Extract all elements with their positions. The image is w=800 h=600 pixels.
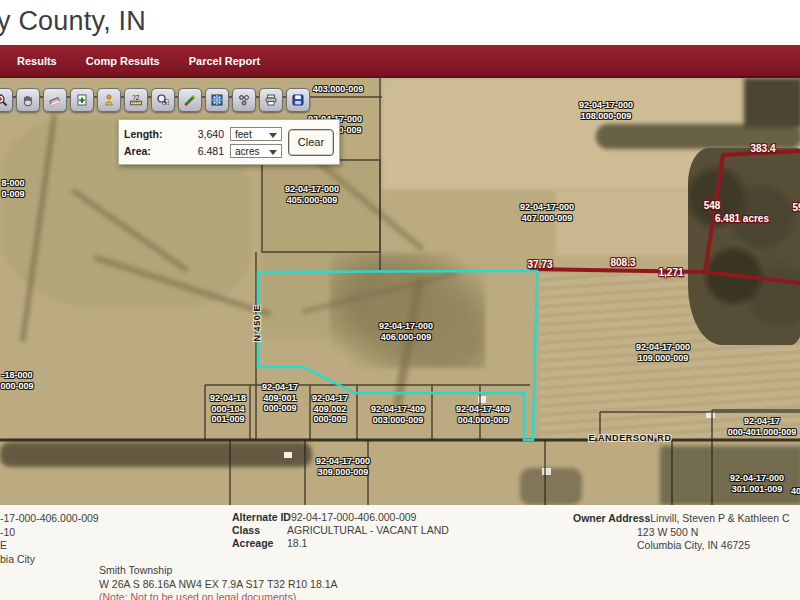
measure-label: 548 <box>704 201 721 212</box>
pan-hand-button[interactable] <box>16 88 40 112</box>
zoom-in-button[interactable] <box>0 88 13 112</box>
area-value: 6.481 <box>172 145 230 157</box>
owner-address-block: Owner AddressLinvill, Steven P & Kathlee… <box>573 512 790 553</box>
nav-tab-results[interactable]: Results <box>5 55 69 67</box>
length-unit-value: feet <box>235 129 252 140</box>
parcel-label: -18-000000-009 <box>0 370 33 391</box>
clear-button[interactable]: Clear <box>288 129 334 156</box>
owner-address-label: Owner Address <box>573 512 650 526</box>
chevron-down-icon <box>269 150 277 155</box>
page-title: y County, IN <box>0 6 146 37</box>
chevron-down-icon <box>269 133 277 138</box>
parcel-label: 0-009 <box>338 125 361 136</box>
parcel-label: 8-0000-009 <box>1 178 24 199</box>
identify-person-icon <box>102 93 116 107</box>
road-label: N 450 E <box>252 305 263 342</box>
parcel-info-fields: Alternate ID92-04-17-000-406.000-009Clas… <box>232 511 449 550</box>
parcel-label: 92-04-17-409004.000-009 <box>456 404 510 425</box>
parcel-label: 92-04-17-000109.000-009 <box>636 342 690 363</box>
parcel-info-fragment: -10 <box>0 526 99 540</box>
road-label: E ANDERSON RD <box>589 433 672 444</box>
app-header: y County, IN <box>0 0 800 45</box>
info-field-label: Alternate ID <box>232 511 291 524</box>
info-field-row: Alternate ID92-04-17-000-406.000-009 <box>232 511 449 524</box>
legal-description-block: Smith Township W 26A S 86.16A NW4 EX 7.9… <box>99 564 338 600</box>
layers-grid-button[interactable] <box>205 88 229 112</box>
print-button[interactable] <box>259 88 283 112</box>
nav-tab-parcel-report[interactable]: Parcel Report <box>177 55 273 67</box>
zoom-window-icon <box>156 93 170 107</box>
parcel-info-panel: -17-000-406.000-009-10Ebia City Alternat… <box>0 505 800 600</box>
add-parcel-icon <box>75 93 89 107</box>
length-value: 3,640 <box>172 128 230 140</box>
measure-label: 6.481 acres <box>715 214 769 225</box>
parcel-label: 92-04-17-409003.000-009 <box>371 404 425 425</box>
identify-person-button[interactable] <box>97 88 121 112</box>
parcel-label: 92-04-17-000301.001-009 <box>730 473 784 494</box>
eraser-button[interactable] <box>43 88 67 112</box>
eraser-icon <box>48 93 62 107</box>
info-field-value: 92-04-17-000-406.000-009 <box>291 511 417 524</box>
pan-hand-icon <box>21 93 35 107</box>
parcel-label: 92-04-18000-104001-009 <box>210 393 246 425</box>
parcel-label: 92-04-17000-401.000-009 <box>728 416 797 437</box>
township-name: Smith Township <box>99 564 338 578</box>
parcel-label: 403.000-009 <box>313 84 364 95</box>
measure-button[interactable]: ?2 <box>124 88 148 112</box>
share-icon <box>237 93 251 107</box>
info-field-row: ClassAGRICULTURAL - VACANT LAND <box>232 524 449 537</box>
add-parcel-button[interactable] <box>70 88 94 112</box>
owner-street: 123 W 500 N <box>637 526 790 540</box>
parcel-label: 92-04-17409-001000-009 <box>262 382 298 414</box>
print-icon <box>264 93 278 107</box>
parcel-info-fragment: -17-000-406.000-009 <box>0 512 99 526</box>
measure-label: 383.4 <box>750 144 775 155</box>
measure-icon: ?2 <box>129 93 143 107</box>
parcel-label: 92-04-17-000406.000-009 <box>379 321 433 342</box>
draw-pencil-button[interactable] <box>178 88 202 112</box>
info-field-row: Acreage18.1 <box>232 537 449 550</box>
area-unit-value: acres <box>235 146 259 157</box>
owner-city: Columbia City, IN 46725 <box>637 539 790 553</box>
parcel-label: 40 <box>791 486 800 497</box>
zoom-window-button[interactable] <box>151 88 175 112</box>
measure-label: 59 <box>792 203 800 214</box>
measure-label: 808.3 <box>610 258 635 269</box>
parcel-info-fragment: bia City <box>0 553 99 567</box>
measure-label: 1,271 <box>658 268 683 279</box>
parcel-map-app: y County, IN ResultsComp ResultsParcel R… <box>0 0 800 600</box>
draw-pencil-icon <box>183 93 197 107</box>
owner-name: Linvill, Steven P & Kathleen C <box>650 512 789 526</box>
parcel-label: 92-04-17409.002000-009 <box>312 393 348 425</box>
measurement-popup: Length: 3,640 feet Area: 6.481 acres Cle… <box>118 119 340 165</box>
legal-description: W 26A S 86.16A NW4 EX 7.9A S17 T32 R10 1… <box>99 578 338 592</box>
info-field-value: 18.1 <box>287 537 307 550</box>
area-unit-select[interactable]: acres <box>230 144 282 158</box>
parcel-label: 92-04-17-000108.000-009 <box>579 100 633 121</box>
nav-tab-comp-results[interactable]: Comp Results <box>74 55 172 67</box>
info-field-label: Acreage <box>232 537 287 550</box>
zoom-in-icon <box>0 93 8 107</box>
svg-text:?2: ?2 <box>132 94 140 101</box>
save-icon <box>291 93 305 107</box>
length-unit-select[interactable]: feet <box>230 127 282 141</box>
parcel-info-left-column: -17-000-406.000-009-10Ebia City <box>0 512 99 566</box>
length-label: Length: <box>124 128 172 140</box>
info-field-label: Class <box>232 524 287 537</box>
map-toolbar: ?2 <box>0 88 310 112</box>
nav-bar: ResultsComp ResultsParcel Report <box>0 45 800 78</box>
area-label: Area: <box>124 145 172 157</box>
parcel-label: 92-04-17-000407.000-009 <box>520 202 574 223</box>
measure-label: 37.73 <box>527 260 552 271</box>
layers-grid-icon <box>210 93 224 107</box>
share-button[interactable] <box>232 88 256 112</box>
parcel-label: 92-04-17-000309.000-009 <box>316 456 370 477</box>
info-field-value: AGRICULTURAL - VACANT LAND <box>287 524 449 537</box>
save-button[interactable] <box>286 88 310 112</box>
parcel-info-fragment: E <box>0 539 99 553</box>
parcel-label: 92-04-17-000405.000-009 <box>285 184 339 205</box>
legal-note: (Note: Not to be used on legal documents… <box>99 591 338 600</box>
